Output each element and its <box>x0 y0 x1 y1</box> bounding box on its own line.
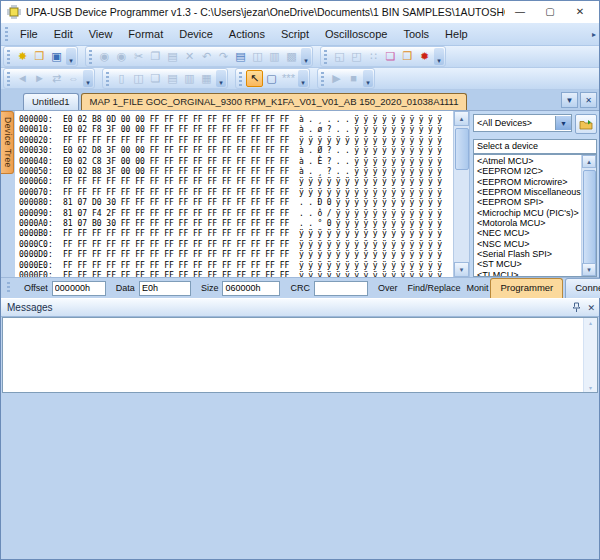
hex-bytes[interactable]: FF FF FF FF FF FF FF FF FF FF FF FF FF F… <box>63 240 291 250</box>
scroll-down-button[interactable]: ▾ <box>454 262 469 277</box>
move-right-button[interactable]: ► <box>31 70 48 87</box>
sync-button[interactable]: ▩ <box>283 48 300 65</box>
hex-ascii[interactable]: ÿÿÿÿÿÿÿÿÿÿÿÿÿÿÿÿ <box>299 188 446 198</box>
hex-row[interactable]: 0000E0:FF FF FF FF FF FF FF FF FF FF FF … <box>19 261 453 271</box>
close-button[interactable]: ✕ <box>565 2 595 22</box>
toolbar-overflow-button[interactable]: ▾ <box>66 48 76 65</box>
hex-bytes[interactable]: 81 07 B0 30 FF FF FF FF FF FF FF FF FF F… <box>63 219 291 229</box>
maximize-button[interactable]: ▢ <box>535 2 565 22</box>
toolbar-grip[interactable] <box>106 72 109 86</box>
hex-bytes[interactable]: 81 07 F4 2F FF FF FF FF FF FF FF FF FF F… <box>63 209 291 219</box>
device-list-item[interactable]: <EEPROM Miscellaneous> <box>474 187 582 197</box>
device-search-input[interactable] <box>473 139 597 154</box>
hex-bytes[interactable]: FF FF FF FF FF FF FF FF FF FF FF FF FF F… <box>63 261 291 271</box>
device-list-item[interactable]: <NEC MCU> <box>474 228 582 238</box>
open-device-file-button[interactable] <box>575 114 597 134</box>
menu-tools[interactable]: Tools <box>395 25 437 43</box>
data-field[interactable] <box>139 281 191 296</box>
hex-bytes[interactable]: FF FF FF FF FF FF FF FF FF FF FF FF FF F… <box>63 188 291 198</box>
swap-button[interactable]: ⇄ <box>48 70 65 87</box>
device-list-item[interactable]: <ST MCU> <box>474 259 582 269</box>
device-list-item[interactable]: <EEPROM SPI> <box>474 197 582 207</box>
device-list-item[interactable]: <NSC MCU> <box>474 239 582 249</box>
menu-view[interactable]: View <box>81 25 121 43</box>
device-list-item[interactable]: <EEPROM Microwire> <box>474 177 582 187</box>
device-list-item[interactable]: <EEPROM I2C> <box>474 166 582 176</box>
messages-close-icon[interactable]: ✕ <box>587 303 595 313</box>
run-script-button[interactable]: ▶ <box>328 70 345 87</box>
device-list-item[interactable]: <Motorola MCU> <box>474 218 582 228</box>
form-editor-button[interactable]: ❏ <box>382 48 399 65</box>
offset-field[interactable] <box>52 281 106 296</box>
device-list-item[interactable]: <TI MCU> <box>474 270 582 277</box>
back-button[interactable]: ◉ <box>96 48 113 65</box>
hex-row[interactable]: 000030:E0 02 D8 3F 00 00 FF FF FF FF FF … <box>19 146 453 156</box>
hex-bytes[interactable]: E0 02 F8 3F 00 00 FF FF FF FF FF FF FF F… <box>63 125 291 135</box>
combo-dropdown-icon[interactable]: ▼ <box>555 116 571 130</box>
hex-ascii[interactable]: ..ô/ÿÿÿÿÿÿÿÿÿÿÿÿ <box>299 209 446 219</box>
align-right-button[interactable]: ▦ <box>198 70 215 87</box>
hex-bytes[interactable]: E0 02 C8 3F 00 00 FF FF FF FF FF FF FF F… <box>63 157 291 167</box>
cursor-tool-button[interactable]: ↖ <box>246 70 263 87</box>
hex-ascii[interactable]: ÿÿÿÿÿÿÿÿÿÿÿÿÿÿÿÿ <box>299 261 446 271</box>
align-left-button[interactable]: ▤ <box>164 70 181 87</box>
paste-button[interactable]: ▤ <box>164 48 181 65</box>
hex-scrollbar[interactable]: ▴ ▾ <box>453 111 469 277</box>
file-info-button[interactable]: ▤ <box>232 48 249 65</box>
menu-oscilloscope[interactable]: Oscilloscope <box>317 25 395 43</box>
hex-row[interactable]: 000070:FF FF FF FF FF FF FF FF FF FF FF … <box>19 188 453 198</box>
scroll-down-button[interactable]: ▾ <box>582 263 596 276</box>
hex-ascii[interactable]: ÿÿÿÿÿÿÿÿÿÿÿÿÿÿÿÿ <box>299 136 446 146</box>
hex-row[interactable]: 000060:FF FF FF FF FF FF FF FF FF FF FF … <box>19 177 453 187</box>
hex-ascii[interactable]: ..°0ÿÿÿÿÿÿÿÿÿÿÿÿ <box>299 219 446 229</box>
menu-actions[interactable]: Actions <box>221 25 273 43</box>
tab-connections[interactable]: Connections <box>565 278 600 298</box>
toolbar-overflow-button[interactable]: ▾ <box>298 70 308 87</box>
copy-button[interactable]: ❐ <box>147 48 164 65</box>
find-button[interactable]: ◫ <box>249 48 266 65</box>
open-file-button[interactable]: ❒ <box>31 48 48 65</box>
cut-button[interactable]: ✂ <box>130 48 147 65</box>
status-grip[interactable] <box>7 282 10 294</box>
hex-bytes[interactable]: E0 02 B8 3F 00 00 FF FF FF FF FF FF FF F… <box>63 167 291 177</box>
device-list-item[interactable]: <Microchip MCU (PIC's)> <box>474 208 582 218</box>
undo-button[interactable]: ↶ <box>198 48 215 65</box>
hex-row[interactable]: 000040:E0 02 C8 3F 00 00 FF FF FF FF FF … <box>19 157 453 167</box>
stop-script-button[interactable]: ■ <box>345 70 362 87</box>
toolbar-grip[interactable] <box>239 72 242 86</box>
hex-row[interactable]: 0000B0:FF FF FF FF FF FF FF FF FF FF FF … <box>19 229 453 239</box>
hex-bytes[interactable]: FF FF FF FF FF FF FF FF FF FF FF FF FF F… <box>63 136 291 146</box>
download-buffer-button[interactable]: ◰ <box>348 48 365 65</box>
device-list-item[interactable]: <Serial Flash SPI> <box>474 249 582 259</box>
move-left-button[interactable]: ◄ <box>14 70 31 87</box>
hex-row[interactable]: 000050:E0 02 B8 3F 00 00 FF FF FF FF FF … <box>19 167 453 177</box>
scroll-up-button[interactable]: ▴ <box>454 111 469 126</box>
device-list-item[interactable]: <Atmel MCU> <box>474 156 582 166</box>
tab-programmer[interactable]: Programmer <box>490 278 563 298</box>
menu-help[interactable]: Help <box>437 25 476 43</box>
toolbar-grip[interactable] <box>7 50 10 64</box>
hex-bytes[interactable]: FF FF FF FF FF FF FF FF FF FF FF FF FF F… <box>63 177 291 187</box>
hex-ascii[interactable]: à.Ø?..ÿÿÿÿÿÿÿÿÿÿ <box>299 146 446 156</box>
scroll-down-button[interactable]: ▾ <box>584 384 597 391</box>
monitor-link[interactable]: Monit <box>466 283 488 293</box>
device-tree-tab[interactable]: Device Tree <box>1 111 14 174</box>
delete-button[interactable]: ✕ <box>181 48 198 65</box>
align-center-button[interactable]: ▥ <box>181 70 198 87</box>
device-filter-combobox[interactable]: <All Devices> ▼ <box>473 114 572 132</box>
hex-row[interactable]: 000090:81 07 F4 2F FF FF FF FF FF FF FF … <box>19 209 453 219</box>
hex-row[interactable]: 0000A0:81 07 B0 30 FF FF FF FF FF FF FF … <box>19 219 453 229</box>
menu-device[interactable]: Device <box>171 25 221 43</box>
tab-list-button[interactable]: ▼ <box>561 92 578 108</box>
toolbar-overflow-button[interactable]: ▾ <box>301 48 311 65</box>
toolbar-overflow-button[interactable]: ▾ <box>216 70 226 87</box>
hex-bytes[interactable]: E0 02 D8 3F 00 00 FF FF FF FF FF FF FF F… <box>63 146 291 156</box>
grid-view-button[interactable]: ∷ <box>365 48 382 65</box>
hex-ascii[interactable]: ÿÿÿÿÿÿÿÿÿÿÿÿÿÿÿÿ <box>299 177 446 187</box>
messages-scrollbar[interactable]: ▴ ▾ <box>583 318 597 392</box>
forward-button[interactable]: ◉ <box>113 48 130 65</box>
hex-bytes[interactable]: E0 02 B8 0D 00 00 FF FF FF FF FF FF FF F… <box>63 115 291 125</box>
split-horizontal-button[interactable]: ◫ <box>130 70 147 87</box>
crc-field[interactable] <box>314 281 368 296</box>
hex-row[interactable]: 000010:E0 02 F8 3F 00 00 FF FF FF FF FF … <box>19 125 453 135</box>
